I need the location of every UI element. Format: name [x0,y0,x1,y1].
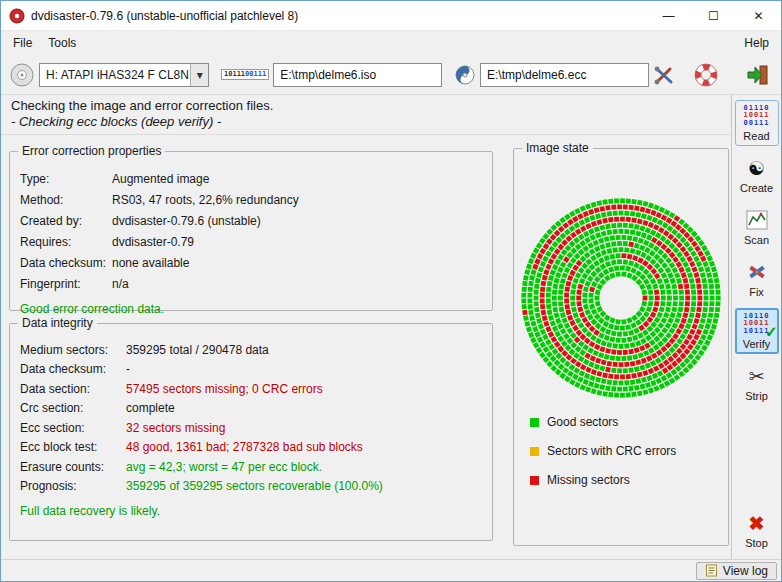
disc-visualization [517,167,725,420]
log-icon [705,564,718,577]
row-label: Crc section: [20,401,126,415]
integrity-row: Erasure counts:avg = 42,3; worst = 47 pe… [20,457,482,477]
view-log-label: View log [723,564,768,578]
ecc-prop-row: Fingerprint:n/a [20,273,482,294]
ecc-prop-row: Type:Augmented image [20,168,482,189]
integrity-row: Ecc section:32 sectors missing [20,418,482,438]
fix-button[interactable]: Fix [735,256,779,302]
ecc-prop-row: Method:RS03, 47 roots, 22,6% redundancy [20,189,482,210]
status-line1: Checking the image and error correction … [11,98,721,113]
life-ring-icon[interactable] [691,60,721,90]
ecc-prop-row: Requires:dvdisaster-0.79 [20,231,482,252]
strip-icon: ✂ [749,363,765,389]
row-value: 57495 sectors missing; 0 CRC errors [126,382,323,396]
row-label: Created by: [20,214,112,228]
menu-file[interactable]: File [5,33,40,53]
integrity-row: Medium sectors:359295 total / 290478 dat… [20,340,482,360]
ecc-properties-group: Error correction properties Type:Augment… [9,151,493,311]
read-button[interactable]: 01110 10011 00111 Read [735,100,779,146]
row-label: Prognosis: [20,479,126,493]
stop-label: Stop [745,537,768,549]
strip-button[interactable]: ✂ Strip [735,360,779,406]
drive-select-value: H: ATAPI iHAS324 F CL8N [46,68,190,82]
legend-label: Good sectors [547,415,618,429]
titlebar: dvdisaster-0.79.6 (unstable-unofficial p… [1,1,781,31]
row-value: 359295 total / 290478 data [126,343,269,357]
good-sectors-swatch [530,418,539,427]
row-value: - [126,362,130,376]
row-value: 48 good, 1361 bad; 2787328 bad sub block… [126,440,363,454]
verify-button[interactable]: 10110 10011 10111 ✓ Verify [735,308,779,354]
row-value: n/a [112,277,129,291]
legend-item-crc: Sectors with CRC errors [530,444,676,458]
disc-legend: Good sectors Sectors with CRC errors Mis… [530,415,676,502]
row-value: RS03, 47 roots, 22,6% redundancy [112,193,299,207]
row-value: none available [112,256,189,270]
exit-icon[interactable] [743,60,773,90]
legend-label: Sectors with CRC errors [547,444,676,458]
integrity-row: Data checksum:- [20,360,482,380]
row-label: Requires: [20,235,112,249]
row-value: Augmented image [112,172,209,186]
menu-tools[interactable]: Tools [40,33,84,53]
missing-sectors-swatch [530,476,539,485]
read-label: Read [743,130,769,142]
row-value: dvdisaster-0.79 [112,235,194,249]
preferences-tools-icon[interactable] [649,60,679,90]
scan-button[interactable]: Scan [735,204,779,250]
scan-label: Scan [744,234,769,246]
image-file-icon-line2: 00111 [245,71,266,78]
ecc-properties-title: Error correction properties [18,144,165,158]
row-label: Data checksum: [20,362,126,376]
fix-icon [746,259,768,285]
menu-help[interactable]: Help [736,33,777,53]
ecc-path-input[interactable] [480,63,649,87]
status-area: Checking the image and error correction … [1,95,731,135]
view-log-button[interactable]: View log [696,562,777,580]
image-state-group: Image state Good sectors Sectors with CR… [513,148,729,546]
row-label: Ecc section: [20,421,126,435]
create-label: Create [740,182,773,194]
ecc-prop-row: Data checksum:none available [20,252,482,273]
bottom-statusbar: View log [1,559,781,581]
row-value: 359295 of 359295 sectors recoverable (10… [126,479,383,493]
create-icon: ☯ [748,155,765,181]
toolbar: H: ATAPI iHAS324 F CL8N ▾ 10111 00111 [1,55,781,95]
row-label: Data checksum: [20,256,112,270]
integrity-row: Data section:57495 sectors missing; 0 CR… [20,379,482,399]
row-label: Method: [20,193,112,207]
stop-icon: ✖ [749,510,765,536]
legend-label: Missing sectors [547,473,630,487]
row-label: Erasure counts: [20,460,126,474]
chevron-down-icon[interactable]: ▾ [190,64,208,86]
drive-icon [9,62,35,88]
legend-item-missing: Missing sectors [530,473,676,487]
row-label: Type: [20,172,112,186]
scan-icon [746,207,768,233]
drive-select[interactable]: H: ATAPI iHAS324 F CL8N ▾ [39,63,209,87]
ecc-prop-row: Created by:dvdisaster-0.79.6 (unstable) [20,210,482,231]
ecc-status-message: Good error correction data. [20,302,482,316]
row-label: Fingerprint: [20,277,112,291]
legend-item-good: Good sectors [530,415,676,429]
row-label: Ecc block test: [20,440,126,454]
image-file-icon-line1: 10111 [224,71,245,78]
data-integrity-title: Data integrity [18,316,97,330]
minimize-button[interactable]: — [646,1,691,30]
stop-button[interactable]: ✖ Stop [735,507,779,553]
integrity-row: Crc section:complete [20,399,482,419]
row-label: Medium sectors: [20,343,126,357]
fix-label: Fix [749,286,764,298]
menubar: File Tools Help [1,31,781,55]
status-line2: - Checking ecc blocks (deep verify) - [11,114,721,129]
crc-errors-swatch [530,447,539,456]
row-label: Data section: [20,382,126,396]
ecc-file-icon [454,64,476,86]
close-button[interactable]: ✕ [736,1,781,30]
app-icon [9,8,25,24]
strip-label: Strip [745,390,768,402]
maximize-button[interactable]: ☐ [691,1,736,30]
row-value: 32 sectors missing [126,421,225,435]
create-button[interactable]: ☯ Create [735,152,779,198]
image-path-input[interactable] [273,63,442,87]
